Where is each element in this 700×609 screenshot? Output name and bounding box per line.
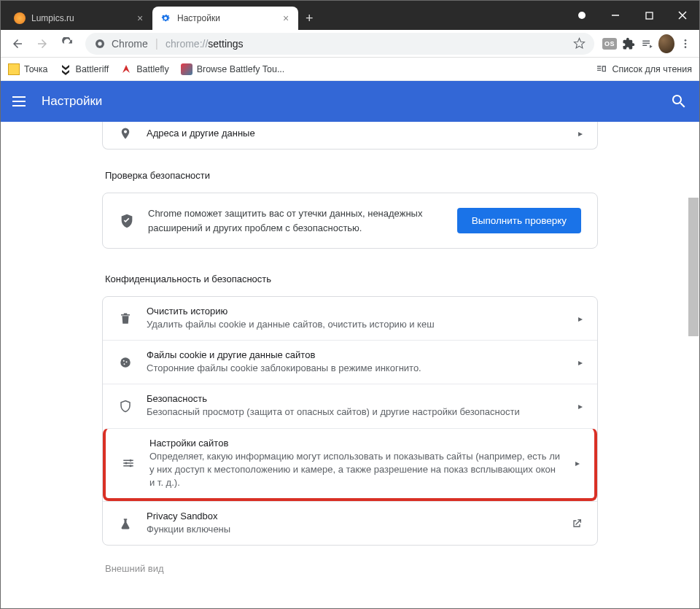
svg-point-7 xyxy=(685,42,687,44)
tab-lumpics[interactable]: Lumpics.ru × xyxy=(7,7,152,30)
titlebar: Lumpics.ru × Настройки × + xyxy=(1,1,699,30)
tune-icon xyxy=(120,455,136,471)
svg-point-11 xyxy=(126,361,128,362)
svg-point-15 xyxy=(130,465,132,468)
run-safety-check-button[interactable]: Выполнить проверку xyxy=(457,208,581,233)
scrollbar-thumb[interactable] xyxy=(688,198,699,336)
forward-button[interactable] xyxy=(31,33,53,55)
new-tab-button[interactable]: + xyxy=(298,7,321,30)
reload-button[interactable] xyxy=(56,33,78,55)
address-text: Chrome | chrome://settings xyxy=(112,37,244,50)
chevron-right-icon: ▸ xyxy=(575,458,580,468)
svg-point-12 xyxy=(124,363,125,365)
row-clear-history[interactable]: Очистить историюУдалить файлы cookie и д… xyxy=(103,297,597,340)
row-cookies[interactable]: Файлы cookie и другие данные сайтовСторо… xyxy=(103,340,597,384)
favicon-settings xyxy=(160,12,171,24)
flask-icon xyxy=(117,516,133,532)
svg-point-13 xyxy=(130,459,132,462)
toolbar: Chrome | chrome://settings OS xyxy=(1,30,699,58)
svg-point-9 xyxy=(120,357,131,368)
back-button[interactable] xyxy=(7,33,28,55)
content-area: Настройки Адреса и другие данные ▸ Прове… xyxy=(1,81,699,608)
extensions-icon[interactable] xyxy=(621,36,637,52)
location-icon xyxy=(117,125,133,141)
scroll-area[interactable]: Адреса и другие данные ▸ Проверка безопа… xyxy=(1,122,699,608)
close-icon[interactable]: × xyxy=(135,13,145,23)
menu-icon[interactable] xyxy=(12,93,30,110)
bookmarks-bar: Точка Battleriff Battlefly Browse Battle… xyxy=(1,58,699,81)
chevron-right-icon: ▸ xyxy=(578,314,583,324)
search-icon[interactable] xyxy=(670,93,688,110)
section-privacy: Конфиденциальность и безопасность xyxy=(105,274,598,284)
playlist-icon[interactable] xyxy=(639,36,656,52)
privacy-card: Очистить историюУдалить файлы cookie и д… xyxy=(102,296,598,546)
bookmark-battlefy[interactable]: Browse Battlefy Tou... xyxy=(181,63,285,75)
safety-check-card: Chrome поможет защитить вас от утечки да… xyxy=(102,193,598,249)
section-appearance: Внешний вид xyxy=(105,563,598,574)
security-icon xyxy=(117,398,133,414)
bookmark-battlefly[interactable]: Battlefly xyxy=(120,63,168,75)
account-dot-icon[interactable] xyxy=(565,1,599,30)
row-security[interactable]: БезопасностьБезопасный просмотр (защита … xyxy=(103,384,597,427)
shield-icon xyxy=(119,213,135,229)
cookie-icon xyxy=(117,354,133,371)
settings-header: Настройки xyxy=(1,81,699,122)
page-title: Настройки xyxy=(42,94,658,109)
svg-point-5 xyxy=(98,42,101,45)
row-site-settings[interactable]: Настройки сайтовОпределяет, какую информ… xyxy=(103,428,597,502)
chevron-right-icon: ▸ xyxy=(578,357,583,368)
chevron-right-icon: ▸ xyxy=(578,401,583,411)
tab-settings[interactable]: Настройки × xyxy=(152,7,298,30)
favicon-lumpics xyxy=(14,12,26,24)
tab-strip: Lumpics.ru × Настройки × + xyxy=(1,1,565,30)
svg-point-10 xyxy=(123,360,125,362)
extension-lastfm-icon[interactable]: OS xyxy=(602,36,618,52)
trash-icon xyxy=(117,311,133,327)
chevron-right-icon: ▸ xyxy=(578,128,583,139)
close-window-button[interactable] xyxy=(666,1,699,30)
profile-avatar[interactable] xyxy=(658,36,674,52)
menu-button[interactable] xyxy=(677,36,693,52)
bookmark-battleriff[interactable]: Battleriff xyxy=(60,63,109,75)
external-link-icon xyxy=(571,518,583,530)
reading-list-button[interactable]: Список для чтения xyxy=(596,63,692,75)
chrome-icon xyxy=(94,38,106,50)
svg-rect-1 xyxy=(646,12,653,19)
window-controls xyxy=(565,1,699,30)
svg-point-14 xyxy=(125,462,128,465)
svg-point-8 xyxy=(685,46,687,48)
maximize-button[interactable] xyxy=(632,1,666,30)
star-icon[interactable] xyxy=(573,37,586,50)
section-safety-check: Проверка безопасности xyxy=(105,170,598,181)
minimize-button[interactable] xyxy=(599,1,632,30)
row-addresses[interactable]: Адреса и другие данные ▸ xyxy=(102,122,598,150)
address-bar[interactable]: Chrome | chrome://settings xyxy=(85,33,594,55)
bookmark-tochka[interactable]: Точка xyxy=(8,63,48,75)
svg-point-6 xyxy=(685,39,687,42)
row-privacy-sandbox[interactable]: Privacy SandboxФункции включены xyxy=(103,501,597,545)
tab-title: Lumpics.ru xyxy=(31,13,129,23)
close-icon[interactable]: × xyxy=(281,13,291,23)
tab-title: Настройки xyxy=(177,13,275,23)
